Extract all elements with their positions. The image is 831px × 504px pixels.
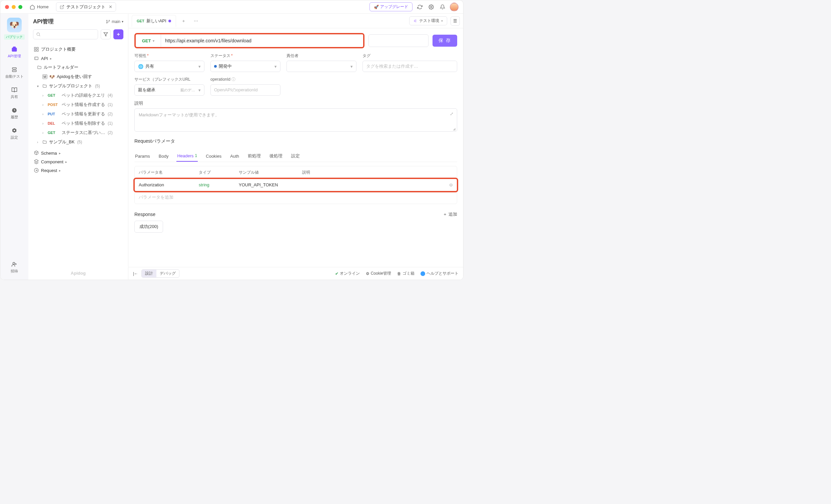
method-selector[interactable]: GET ▾ [136, 34, 161, 47]
window-controls[interactable] [5, 5, 22, 9]
tab-settings[interactable]: 設定 [290, 150, 300, 162]
check-icon: ✔ [335, 271, 339, 276]
nav-history[interactable]: 履歴 [0, 105, 28, 121]
tab-cookies[interactable]: Cookies [205, 150, 222, 162]
svg-point-7 [13, 262, 15, 264]
param-name[interactable]: Authorization [139, 182, 199, 187]
endpoint-count: (2) [108, 130, 113, 135]
component-section[interactable]: Component ▸ [32, 157, 125, 166]
user-avatar[interactable] [450, 3, 459, 11]
search-input[interactable] [33, 29, 98, 39]
owner-select[interactable]: ▾ [286, 61, 356, 72]
globe-icon: 🌐 [138, 64, 143, 69]
tab-preprocess[interactable]: 前処理 [247, 150, 261, 162]
tab-auth[interactable]: Auth [229, 150, 240, 162]
endpoint-name: ステータスに基づい… [62, 130, 105, 136]
tag-input[interactable]: タグを検索または作成す… [363, 61, 457, 72]
service-label: サービス（プレフィックスURL [134, 77, 204, 82]
add-param-row[interactable]: パラメータを追加 [135, 191, 457, 204]
settings-icon[interactable] [427, 3, 435, 11]
sample-project-folder[interactable]: ▾ サンプルプロジェクト (5) [32, 81, 125, 91]
filter-button[interactable] [101, 29, 111, 39]
add-tab-button[interactable]: ＋ [179, 17, 189, 25]
api-root-icon [34, 56, 39, 61]
add-button[interactable] [113, 29, 123, 39]
help-support[interactable]: ヘルプとサポート [421, 271, 459, 276]
param-type[interactable]: string [199, 182, 239, 187]
url-extra-box[interactable] [369, 34, 429, 47]
apidog-guide[interactable]: M 🐶 Apidogを使い回す [32, 72, 125, 81]
nav-share[interactable]: 共有 [0, 85, 28, 101]
collapse-icon[interactable]: |← [133, 271, 138, 276]
endpoint-row-2[interactable]: ›PUTペット情報を更新する(2) [32, 109, 125, 119]
tab-headers[interactable]: Headers1 [176, 150, 198, 162]
api-tab[interactable]: GET 新しいAPI [132, 15, 176, 27]
visibility-label: 可視性* [134, 53, 204, 59]
project-overview[interactable]: プロジェクト概要 [32, 45, 125, 54]
endpoint-row-0[interactable]: ›GETペットの詳細をクエリ(4) [32, 91, 125, 100]
tab-params[interactable]: Params [134, 150, 151, 162]
method-badge: PUT [48, 112, 60, 116]
help-icon[interactable]: ⓘ [231, 77, 235, 82]
request-section[interactable]: Request ▸ [32, 166, 125, 175]
param-sample[interactable]: YOUR_API_TOKEN [239, 182, 302, 187]
delete-row-button[interactable]: ⊖ [439, 182, 453, 187]
opid-input[interactable]: OpenAPIのoperationId [210, 84, 281, 96]
send-icon [34, 168, 39, 173]
sample-bk-folder[interactable]: › サンプル_BK (5) [32, 137, 125, 147]
status-select[interactable]: 開発中 ▾ [210, 61, 281, 72]
description-textarea[interactable]: Markdownフォーマットが使用できます。 ⤢ ◢ [134, 108, 457, 132]
url-input[interactable] [161, 34, 363, 47]
nav-history-label: 履歴 [11, 115, 18, 120]
api-root[interactable]: API ▸ [32, 54, 125, 63]
panel-menu-button[interactable]: ☰ [451, 16, 460, 26]
nav-autotest[interactable]: 自動テスト [0, 65, 28, 80]
response-chip[interactable]: 成功(200) [134, 221, 163, 233]
service-select[interactable]: 親を継承 親のデ… ▾ [134, 84, 204, 96]
refresh-icon[interactable] [416, 3, 424, 11]
schema-section[interactable]: Schema ▸ [32, 149, 125, 157]
nav-api-label: API管理 [8, 54, 21, 59]
col-type: タイプ [199, 170, 239, 175]
nav-settings[interactable]: 設定 [0, 126, 28, 141]
tab-title: 新しいAPI [146, 18, 166, 24]
nav-api[interactable]: API管理 [0, 45, 28, 60]
method-value: GET [142, 38, 151, 43]
trash[interactable]: 🗑ゴミ箱 [397, 271, 414, 276]
environment-selector[interactable]: ⚟ テスト環境 ▾ [409, 16, 447, 25]
bell-icon[interactable] [438, 3, 447, 11]
desc-placeholder: Markdownフォーマットが使用できます。 [139, 112, 220, 117]
tag-placeholder: タグを検索または作成す… [366, 63, 418, 69]
dirty-indicator [168, 20, 171, 22]
branch-selector[interactable]: main ▾ [106, 19, 123, 24]
nav-invite[interactable]: 招待 [0, 259, 28, 275]
endpoint-count: (2) [108, 112, 113, 116]
cookie-manage[interactable]: ⚙Cookie管理 [366, 271, 391, 276]
resize-handle[interactable]: ◢ [453, 127, 456, 131]
tab-more-button[interactable]: ⋯ [191, 17, 201, 25]
endpoint-row-3[interactable]: ›DELペット情報を削除する(1) [32, 119, 125, 128]
root-folder[interactable]: ルートフォルダー [32, 63, 125, 72]
project-tab[interactable]: テストプロジェクト ✕ [56, 2, 116, 12]
close-icon[interactable]: ✕ [109, 4, 112, 9]
upgrade-button[interactable]: 🚀 アップグレード [370, 2, 412, 11]
svg-rect-15 [37, 50, 38, 51]
mode-segment: 設計 デバッグ [141, 269, 179, 278]
mode-debug[interactable]: デバッグ [156, 270, 179, 277]
expand-icon[interactable]: ⤢ [450, 111, 454, 116]
endpoint-row-4[interactable]: ›GETステータスに基づい…(2) [32, 128, 125, 137]
visibility-select[interactable]: 🌐 共有 ▾ [134, 61, 204, 72]
home-tab[interactable]: Home [26, 3, 52, 11]
endpoint-row-1[interactable]: ›POSTペット情報を作成する(1) [32, 100, 125, 109]
project-avatar[interactable]: 🐶 [7, 18, 22, 32]
add-response-button[interactable]: ＋追加 [443, 211, 457, 217]
save-button[interactable]: 保 存 [432, 35, 457, 47]
project-tab-label: テストプロジェクト [66, 4, 105, 10]
online-status[interactable]: ✔オンライン [335, 271, 360, 276]
tab-body[interactable]: Body [158, 150, 169, 162]
header-row[interactable]: Authorization string YOUR_API_TOKEN ⊖ [135, 179, 457, 191]
home-label: Home [37, 4, 49, 9]
mode-design[interactable]: 設計 [142, 270, 156, 277]
tab-postprocess[interactable]: 後処理 [269, 150, 283, 162]
plus-icon: ＋ [443, 211, 447, 217]
